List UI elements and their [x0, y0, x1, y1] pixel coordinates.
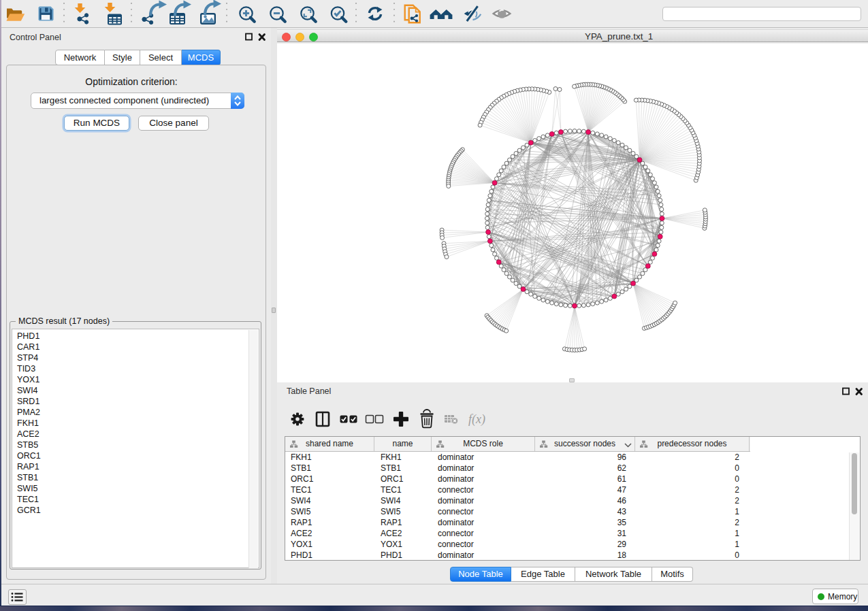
- svg-text:f(x): f(x): [468, 412, 485, 427]
